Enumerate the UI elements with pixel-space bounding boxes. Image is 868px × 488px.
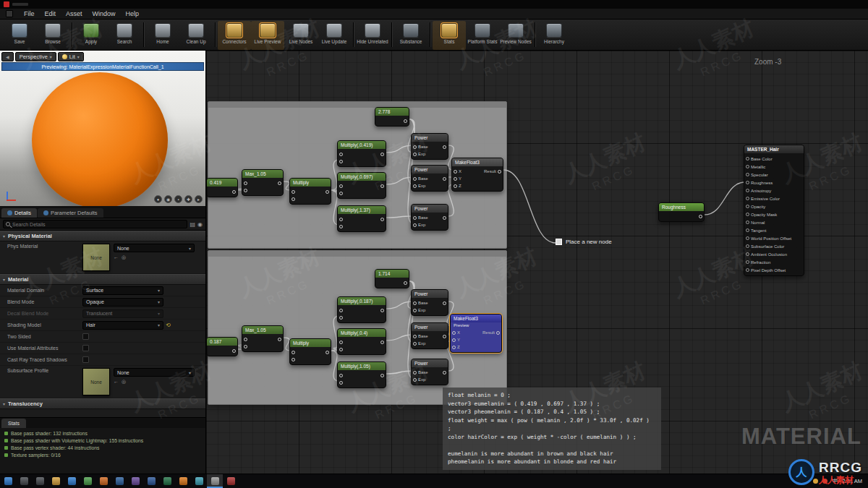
- graph-node-0-187[interactable]: 0.187: [206, 337, 238, 356]
- output-pin[interactable]: [276, 181, 281, 185]
- input-pin[interactable]: Roughness: [746, 181, 773, 185]
- tab-parameter-defaults[interactable]: Parameter Defaults: [38, 208, 103, 218]
- checkbox-two-sided[interactable]: [82, 333, 89, 340]
- toolbar-button-substance[interactable]: Substance: [394, 21, 427, 50]
- input-pin[interactable]: [244, 345, 249, 348]
- taskbar-app-task-view[interactable]: [32, 474, 48, 488]
- input-pin[interactable]: Emissive Color: [746, 197, 780, 201]
- dropdown-decal-blend-mode[interactable]: Translucent▾: [82, 309, 163, 318]
- taskbar-app-start[interactable]: [0, 474, 16, 488]
- menu-window[interactable]: Window: [88, 9, 121, 18]
- section-header-translucency[interactable]: ▾Translucency: [0, 398, 205, 409]
- input-pin[interactable]: Exp: [413, 223, 425, 227]
- input-pin[interactable]: [339, 218, 344, 221]
- output-pin[interactable]: [324, 190, 329, 194]
- output-pin[interactable]: [441, 177, 446, 181]
- input-pin[interactable]: Opacity: [746, 205, 765, 209]
- sphere-preview-icon[interactable]: ◉: [164, 195, 172, 203]
- browse-asset-icon[interactable]: ◎: [122, 254, 126, 260]
- graph-node-0-419[interactable]: 0.419: [206, 178, 238, 197]
- input-pin[interactable]: X: [452, 330, 460, 335]
- graph-node-power[interactable]: PowerBaseExp: [411, 204, 448, 231]
- toolbar-button-live-update[interactable]: Live Update: [318, 21, 351, 50]
- graph-node-1-714[interactable]: 1.714: [375, 269, 409, 288]
- view-options-icon[interactable]: ◉: [197, 221, 203, 228]
- toolbar-button-hierarchy[interactable]: Hierarchy: [537, 21, 571, 50]
- graph-node-multiply-1-05[interactable]: Multiply(,1.05): [337, 361, 386, 388]
- input-pin[interactable]: [244, 338, 249, 341]
- input-pin[interactable]: [339, 348, 344, 351]
- toolbar-button-live-nodes[interactable]: Live Nodes: [284, 21, 318, 50]
- search-box[interactable]: [3, 220, 187, 228]
- input-pin[interactable]: Exp: [413, 341, 425, 346]
- input-pin[interactable]: Exp: [413, 184, 425, 188]
- input-pin[interactable]: Y: [454, 176, 461, 181]
- taskbar-app-notepad[interactable]: [191, 474, 207, 488]
- input-pin[interactable]: Metallic: [746, 165, 765, 169]
- input-pin[interactable]: Z: [452, 345, 460, 349]
- asset-thumbnail-phys-material[interactable]: None: [82, 244, 110, 271]
- taskbar-app-excel[interactable]: [159, 474, 175, 488]
- menu-help[interactable]: Help: [121, 9, 145, 18]
- output-pin[interactable]: [441, 216, 446, 220]
- graph-node-multiply-0-187[interactable]: Multiply(,0.187): [337, 296, 386, 323]
- input-pin[interactable]: X: [454, 169, 461, 174]
- taskbar-app-chrome[interactable]: [80, 474, 95, 488]
- input-pin[interactable]: Subsurface Color: [746, 244, 784, 249]
- taskbar-app-photoshop[interactable]: [111, 474, 127, 488]
- toolbar-button-live-preview[interactable]: Live Preview: [251, 21, 284, 50]
- graph-node-multiply-0-4[interactable]: Multiply(,0.4): [337, 328, 386, 355]
- realtime-toggle-icon[interactable]: ▸: [195, 195, 203, 203]
- input-pin[interactable]: Exp: [413, 152, 425, 156]
- input-pin[interactable]: Tangent: [746, 228, 766, 233]
- section-header-material[interactable]: ▾Material: [0, 274, 205, 285]
- tab-stats[interactable]: Stats: [1, 419, 26, 428]
- graph-node-power[interactable]: PowerBaseExp: [411, 133, 448, 160]
- output-pin[interactable]: [441, 371, 446, 374]
- input-pin[interactable]: [339, 160, 344, 163]
- graph-node-makefloat3[interactable]: MakeFloat3XResultYZ: [451, 158, 503, 192]
- menu-asset[interactable]: Asset: [61, 9, 88, 18]
- graph-node-power[interactable]: PowerBaseExp: [411, 322, 448, 349]
- graph-node-2-778[interactable]: 2.778: [375, 107, 409, 127]
- taskbar-app-media-player[interactable]: [223, 474, 239, 488]
- output-pin[interactable]: [402, 281, 407, 285]
- input-pin[interactable]: [339, 309, 344, 312]
- input-pin[interactable]: Base Color: [746, 157, 773, 161]
- input-pin[interactable]: World Position Offset: [746, 236, 791, 241]
- graph-node-multiply-0-697[interactable]: Multiply(,0.697): [337, 172, 386, 199]
- toolbar-button-save[interactable]: Save: [3, 21, 36, 50]
- output-pin[interactable]: [441, 335, 446, 338]
- output-pin[interactable]: [324, 351, 329, 354]
- toolbar-button-hide-unrelated[interactable]: Hide Unrelated: [356, 21, 389, 50]
- input-pin[interactable]: [339, 184, 344, 188]
- asset-thumbnail-subsurface-profile[interactable]: None: [82, 368, 110, 395]
- toolbar-button-browse[interactable]: Browse: [36, 21, 69, 50]
- checkbox-use-material-attributes[interactable]: [82, 345, 89, 351]
- toolbar-button-apply[interactable]: Apply: [75, 21, 108, 50]
- use-selected-asset-icon[interactable]: ←: [114, 379, 119, 385]
- output-pin[interactable]: [697, 215, 702, 218]
- checkbox-cast-ray-traced-shadows[interactable]: [82, 356, 89, 363]
- graph-node-roughness[interactable]: Roughness: [658, 202, 705, 222]
- output-pin[interactable]: Result: [482, 330, 500, 335]
- input-pin[interactable]: [339, 225, 344, 228]
- menu-edit[interactable]: Edit: [40, 9, 61, 18]
- output-pin[interactable]: [379, 374, 384, 377]
- dropdown-blend-mode[interactable]: Opaque▾: [82, 298, 163, 307]
- input-pin[interactable]: Base: [413, 301, 428, 305]
- graph-node-power[interactable]: PowerBaseExp: [411, 165, 448, 192]
- perspective-dropdown[interactable]: Perspective▾: [15, 52, 56, 61]
- input-pin[interactable]: Z: [454, 184, 461, 188]
- output-pin[interactable]: [402, 119, 407, 123]
- comment-header[interactable]: [208, 102, 506, 108]
- asset-dropdown-subsurface-profile[interactable]: None▾: [114, 368, 195, 377]
- place-node-hint[interactable]: Place a new node: [556, 239, 612, 245]
- viewport-collapse-button[interactable]: ◀: [1, 52, 14, 61]
- input-pin[interactable]: Refraction: [746, 260, 770, 265]
- output-pin[interactable]: [379, 153, 384, 156]
- use-selected-asset-icon[interactable]: ←: [114, 254, 119, 260]
- input-pin[interactable]: Pixel Depth Offset: [746, 268, 786, 273]
- asset-dropdown-phys-material[interactable]: None▾: [114, 244, 195, 252]
- taskbar-app-premiere[interactable]: [127, 474, 143, 488]
